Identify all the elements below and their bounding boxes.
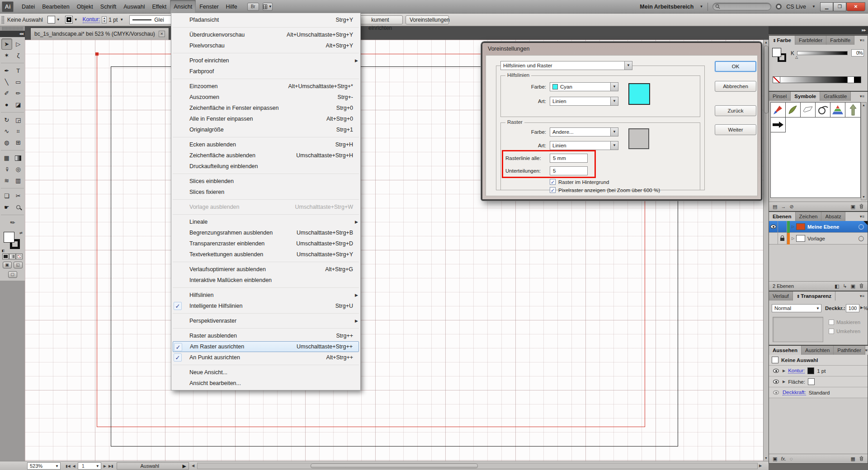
panel-expand-icon[interactable]: ⇕	[773, 38, 776, 43]
path-pencil-tool[interactable]: ✎	[5, 215, 20, 230]
break-link-icon[interactable]: ⊘	[789, 204, 793, 210]
hand-tool[interactable]: ☛	[1, 202, 12, 213]
menu-item-originalgroesse[interactable]: OriginalgrößeStrg+1	[171, 124, 360, 135]
zoom-level-dropdown[interactable]: 523% ▼	[27, 462, 61, 470]
symbol-feather[interactable]	[786, 103, 801, 118]
guide-color-dropdown[interactable]: Cyan ▼	[550, 82, 618, 91]
search-input[interactable]	[712, 3, 771, 10]
arrange-documents-button[interactable]: ▼	[263, 3, 273, 11]
spinner-icon[interactable]: ▶	[860, 306, 863, 310]
new-symbol-icon[interactable]: ▣	[851, 204, 855, 210]
gradient-mode-button[interactable]	[9, 254, 16, 259]
menu-item-slices-fixieren[interactable]: Slices fixieren	[171, 187, 360, 197]
appearance-row-opacity[interactable]: Deckkraft: Standard	[769, 387, 868, 398]
preferences-button[interactable]: Voreinstellungen	[406, 15, 449, 24]
k-channel-slider[interactable]	[797, 51, 848, 55]
target-circle-icon[interactable]: ◯	[859, 235, 864, 241]
expand-icon[interactable]: ▶	[783, 380, 785, 384]
menubar-item-ansicht[interactable]: Ansicht	[170, 0, 196, 14]
tab-aussehen[interactable]: Aussehen	[769, 346, 802, 355]
tab-absatz[interactable]: Absatz	[821, 212, 845, 221]
guide-style-dropdown[interactable]: Linien ▼	[550, 97, 618, 106]
stroke-width-stepper[interactable]: ▲▼	[102, 16, 107, 24]
menubar-item-fenster[interactable]: Fenster	[196, 0, 222, 14]
category-dropdown[interactable]: Hilfslinien und Raster ▼	[500, 61, 632, 70]
new-art-icon[interactable]: ▣	[773, 456, 777, 462]
menu-item-hilfslinien[interactable]: Hilfslinien▶	[171, 290, 360, 301]
layer-name[interactable]: Vorlage	[807, 236, 859, 241]
prev-artboard-button[interactable]: ◀	[73, 464, 75, 468]
cancel-button[interactable]: Abbrechen	[715, 81, 756, 92]
free-transform-tool[interactable]: ⌗	[13, 126, 24, 137]
line-segment-tool[interactable]: ╲	[1, 76, 12, 88]
menubar-item-objekt[interactable]: Objekt	[73, 0, 97, 14]
mesh-tool[interactable]: ▦	[1, 152, 12, 164]
menu-item-auszoomen[interactable]: AuszoomenStrg+-	[171, 92, 360, 103]
stroke-color-swatch[interactable]	[807, 367, 814, 374]
tab-pinsel[interactable]: Pinsel	[769, 92, 791, 101]
next-artboard-button[interactable]: ▶	[104, 464, 106, 468]
pencil-tool[interactable]: ✏	[13, 88, 24, 99]
restore-button[interactable]: ❐	[833, 2, 846, 11]
visibility-toggle[interactable]	[769, 233, 778, 244]
symbol-swirl[interactable]	[816, 103, 830, 118]
scroll-right-icon[interactable]: ▶	[759, 464, 762, 468]
symbol-arrow-up[interactable]	[845, 103, 860, 118]
layer-row-meine-ebene[interactable]: ▷ Meine Ebene ◯	[769, 221, 868, 233]
drag-grip[interactable]	[1, 16, 5, 24]
fill-indicator[interactable]	[4, 232, 14, 243]
scroll-up-icon[interactable]: ▲	[861, 103, 866, 108]
back-button[interactable]: Zurück	[715, 105, 756, 116]
none-mode-button[interactable]	[16, 254, 23, 259]
fill-stroke-indicator[interactable]	[772, 47, 789, 65]
opacity-value[interactable]: 100	[846, 304, 859, 312]
clipping-mask-icon[interactable]: ◧	[835, 283, 839, 289]
vertical-scrollbar[interactable]: ▲ ▼	[763, 40, 769, 461]
next-button[interactable]: Weiter	[715, 124, 756, 135]
menubar-item-schrift[interactable]: Schrift	[97, 0, 120, 14]
panel-scrollbar[interactable]: ▲ ▼	[861, 102, 867, 200]
fill-swatch[interactable]	[47, 16, 55, 24]
rectangle-tool[interactable]: ▭	[13, 76, 24, 88]
menubar-item-bearbeiten[interactable]: Bearbeiten	[38, 0, 73, 14]
menu-item-proof-einrichten[interactable]: Proof einrichten▶	[171, 55, 360, 66]
menu-item-pixelvorschau[interactable]: PixelvorschauAlt+Strg+Y	[171, 40, 360, 51]
menu-item-perspektivenraster[interactable]: Perspektivenraster▶	[171, 315, 360, 326]
direct-selection-tool[interactable]: ▷	[13, 38, 24, 50]
menu-item-am-raster-ausrichten[interactable]: ✓Am Raster ausrichtenUmschalttaste+Strg+…	[173, 341, 359, 352]
cs-live-menu[interactable]: CS Live	[786, 4, 806, 10]
subdivisions-input[interactable]: 5	[550, 166, 588, 175]
collapse-dock-icon[interactable]: ▶▶	[769, 26, 868, 34]
artboard-number-dropdown[interactable]: 1 ▼	[78, 462, 101, 470]
menu-item-interaktive-malluecken[interactable]: Interaktive Mallücken einblenden	[171, 275, 360, 286]
color-spectrum-bar[interactable]	[773, 76, 861, 83]
menu-item-ansicht-bearbeiten[interactable]: Ansicht bearbeiten...	[171, 378, 360, 389]
add-effect-icon[interactable]: fx.	[781, 456, 786, 461]
stroke-swatch[interactable]	[65, 16, 73, 24]
tab-verlauf[interactable]: Verlauf	[769, 291, 793, 301]
tab-transparenz[interactable]: ⇕Transparenz	[793, 291, 835, 301]
eye-icon[interactable]	[773, 380, 779, 384]
menu-item-alle-einpassen[interactable]: Alle in Fenster einpassenAlt+Strg+0	[171, 113, 360, 124]
panel-menu-icon[interactable]: ▾≡	[865, 346, 868, 355]
collapse-panel-icon[interactable]: ◀◀	[0, 31, 25, 37]
umkehren-checkbox[interactable]: Umkehren	[829, 329, 860, 334]
menu-item-einzoomen[interactable]: EinzoomenAlt+Umschalttaste+Strg+*	[171, 81, 360, 92]
shape-builder-tool[interactable]: ◍	[1, 137, 12, 148]
eye-icon[interactable]	[773, 390, 779, 395]
menu-item-druckaufteilung[interactable]: Druckaufteilung einblenden	[171, 161, 360, 172]
symbol-arrow-right[interactable]	[771, 118, 786, 132]
type-tool[interactable]: T	[13, 65, 24, 76]
menu-item-ecken-ausblenden[interactable]: Ecken ausblendenStrg+H	[171, 139, 360, 150]
clear-appearance-icon[interactable]: ◌	[790, 456, 793, 461]
menu-item-slices-einblenden[interactable]: Slices einblenden	[171, 176, 360, 187]
blob-brush-tool[interactable]: ●	[1, 99, 12, 110]
drag-grip[interactable]	[2, 27, 23, 30]
none-color-swatch[interactable]	[773, 77, 780, 83]
deckkraft-link[interactable]: Deckkraft:	[783, 390, 806, 395]
eraser-tool[interactable]: ◪	[13, 99, 24, 110]
bridge-button[interactable]: Br	[247, 3, 259, 11]
menu-item-an-punkt-ausrichten[interactable]: ✓An Punkt ausrichtenAlt+Strg++	[171, 352, 360, 363]
black-swatch[interactable]	[854, 77, 861, 83]
grid-color-dropdown[interactable]: Andere... ▼	[550, 127, 618, 136]
